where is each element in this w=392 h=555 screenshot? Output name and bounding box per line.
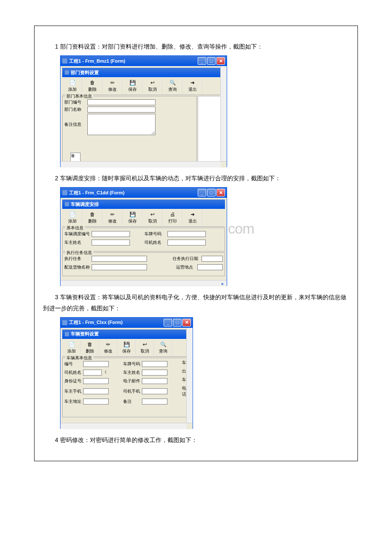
- edit-button[interactable]: ✏修改: [103, 210, 122, 225]
- owner-input[interactable]: [92, 240, 130, 246]
- group-title: 部门基本信息: [65, 93, 93, 99]
- owner-phone-input[interactable]: [83, 388, 109, 394]
- cancel-icon: ↩: [144, 211, 161, 218]
- maximize-button[interactable]: □: [173, 319, 182, 327]
- form-icon: [65, 202, 69, 206]
- dept-remark-label: 备注信息: [64, 121, 87, 127]
- cancel-icon: ↩: [137, 341, 153, 348]
- minimize-button[interactable]: _: [164, 319, 172, 327]
- task-date-input[interactable]: [202, 256, 223, 262]
- delete-button[interactable]: 🗑删除: [81, 340, 99, 356]
- add-icon: 📄: [64, 79, 81, 86]
- owner-phone-label: 车主手机: [64, 388, 83, 394]
- plate-input[interactable]: [142, 361, 167, 367]
- section2-text: 2 车辆调度安排：随时掌握司机以及车辆的动态，对车辆进行合理的安排，截图如下：: [43, 173, 349, 184]
- email-input[interactable]: [142, 378, 167, 384]
- group1-title: 基本信息: [65, 225, 85, 231]
- add-button[interactable]: 📄添加: [63, 210, 82, 225]
- dept-remark-input[interactable]: [87, 114, 156, 135]
- owner-addr-label: 车主地址: [64, 399, 83, 405]
- maximize-button[interactable]: □: [207, 57, 216, 65]
- cancel-button[interactable]: ↩取消: [143, 78, 162, 94]
- minimize-button[interactable]: _: [198, 57, 206, 65]
- idcard-input[interactable]: [83, 378, 109, 384]
- save-button[interactable]: 💾保存: [123, 210, 142, 225]
- section1-text: 1 部门资料设置：对部门资料进行增加、删除、修改、查询等操作，截图如下：: [43, 41, 349, 52]
- edit-button[interactable]: ✏修改: [100, 340, 117, 356]
- save-icon: 💾: [124, 79, 141, 86]
- cancel-button[interactable]: ↩取消: [136, 340, 154, 356]
- group2-title: 执行任务信息: [65, 250, 93, 256]
- dest-input[interactable]: [197, 264, 223, 270]
- plate-input[interactable]: [167, 231, 206, 237]
- edit-icon: ✏: [101, 341, 116, 348]
- exit-button[interactable]: ➜退出: [183, 78, 202, 94]
- edit-button[interactable]: ✏修改: [103, 78, 122, 94]
- form-icon: [65, 332, 69, 336]
- dispatch-no-input[interactable]: [92, 231, 130, 237]
- query-button[interactable]: 🔍查询: [163, 78, 182, 94]
- save-button[interactable]: 💾保存: [118, 340, 135, 356]
- driver-label: 司机姓名: [144, 240, 167, 246]
- form-icon: [65, 70, 69, 75]
- delete-icon: 🗑: [84, 211, 101, 218]
- close-button[interactable]: ✕: [182, 319, 191, 327]
- minimize-button[interactable]: _: [198, 189, 206, 197]
- exit-button[interactable]: ➜退出: [183, 210, 202, 225]
- exit-icon: ➜: [184, 211, 201, 218]
- owner-addr-input[interactable]: [83, 399, 109, 405]
- save-icon: 💾: [124, 211, 141, 218]
- window-titlebar: 工程1 - Frm_Bmz1 (Form) _ □ ✕: [61, 56, 227, 66]
- goods-input[interactable]: [92, 264, 147, 270]
- horizontal-scrollbar[interactable]: ▸: [61, 161, 227, 168]
- window-titlebar: 工程1 - Frm_Clxx (Form) _ □ ✕: [61, 318, 193, 328]
- add-icon: 📄: [64, 211, 81, 218]
- scroll-corner: [221, 162, 227, 168]
- image-placeholder-icon: 🗎: [70, 153, 81, 162]
- vertical-scrollbar[interactable]: [186, 328, 193, 429]
- driver-input[interactable]: [83, 370, 102, 376]
- driver-label: 司机姓名: [64, 370, 83, 376]
- remark-input[interactable]: [142, 399, 167, 405]
- owner-input[interactable]: [142, 370, 167, 376]
- maximize-button[interactable]: □: [207, 189, 216, 197]
- query-button[interactable]: 🔍查询: [155, 340, 172, 356]
- print-button[interactable]: 🖨打印: [163, 210, 182, 225]
- driver-input[interactable]: [167, 240, 206, 246]
- delete-button[interactable]: 🗑删除: [83, 210, 102, 225]
- delete-button[interactable]: 🗑删除: [83, 78, 102, 94]
- horizontal-scrollbar[interactable]: ▸: [61, 423, 193, 429]
- driver-phone-input[interactable]: [142, 388, 167, 394]
- add-button[interactable]: 📄添加: [63, 340, 81, 356]
- owner-label: 车主姓名: [64, 240, 92, 246]
- cancel-button[interactable]: ↩取消: [143, 210, 162, 225]
- horizontal-scrollbar[interactable]: ▸: [61, 280, 227, 286]
- add-button[interactable]: 📄添加: [63, 78, 82, 94]
- delete-icon: 🗑: [82, 341, 98, 348]
- select-button[interactable]: 《: [102, 370, 107, 375]
- no-input[interactable]: [83, 361, 109, 367]
- toolbar: 📄添加 🗑删除 ✏修改 💾保存 ↩取消 🔍查询 ➜退出: [62, 77, 225, 95]
- task-label: 执行任务: [64, 256, 92, 262]
- dept-no-input[interactable]: [87, 99, 156, 105]
- edit-icon: ✏: [104, 79, 121, 86]
- window-titlebar: 工程1 - Frm_C1dd (Form) _ □ ✕: [61, 188, 227, 198]
- add-icon: 📄: [64, 341, 79, 348]
- task-input[interactable]: [92, 256, 147, 262]
- idcard-label: 身份证号: [64, 378, 83, 384]
- save-button[interactable]: 💾保存: [123, 78, 142, 94]
- vertical-scrollbar[interactable]: [220, 66, 227, 168]
- screenshot-dept: 工程1 - Frm_Bmz1 (Form) _ □ ✕ 部门资料设置 📄添加 🗑…: [60, 55, 349, 167]
- no-label: 编号: [64, 361, 83, 367]
- form-title: 车辆资料设置: [62, 330, 191, 339]
- email-label: 电子邮件: [123, 378, 142, 384]
- owner-label: 车主姓名: [123, 370, 142, 376]
- dept-name-label: 部门名称: [64, 107, 87, 113]
- toolbar: 📄添加 🗑删除 ✏修改 💾保存 ↩取消 🖨打印 ➜退出: [62, 209, 225, 227]
- window-title: 工程1 - Frm_Bmz1 (Form): [69, 58, 197, 64]
- close-button[interactable]: ✕: [216, 189, 225, 197]
- close-button[interactable]: ✕: [216, 57, 225, 65]
- cancel-icon: ↩: [144, 79, 161, 86]
- dept-name-input[interactable]: [87, 107, 156, 113]
- app-icon: [62, 58, 67, 64]
